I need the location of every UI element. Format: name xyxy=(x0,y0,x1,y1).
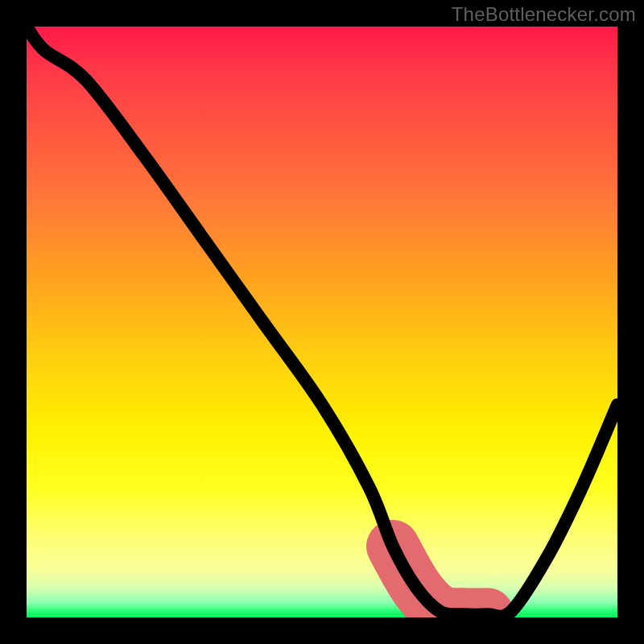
watermark-text: TheBottlenecker.com xyxy=(452,3,636,26)
plot-area xyxy=(27,27,617,617)
bottleneck-curve xyxy=(27,27,617,617)
curve-svg xyxy=(27,27,617,617)
chart-frame: TheBottlenecker.com xyxy=(0,0,644,644)
